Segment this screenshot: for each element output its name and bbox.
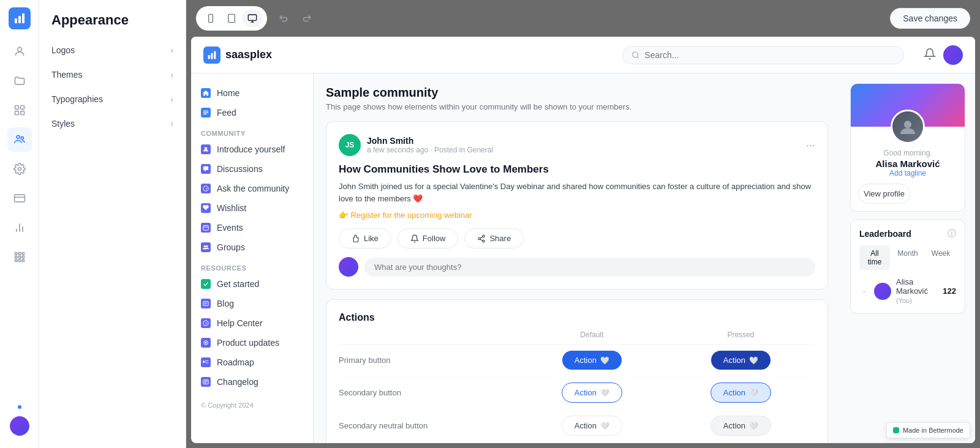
bettermode-dot: [893, 427, 899, 433]
preview-area: Save changes saasplex: [186, 0, 980, 448]
bettermode-badge: Made in Bettermode: [886, 422, 970, 438]
svg-rect-17: [18, 253, 20, 255]
nav-groups[interactable]: Groups: [191, 237, 313, 257]
user-icon[interactable]: [7, 39, 32, 64]
events-nav-icon: [201, 223, 211, 233]
right-sidebar: Good morning. Alisa Marković Add tagline…: [840, 73, 975, 443]
search-icon: [631, 51, 639, 59]
nav-blog[interactable]: Blog: [191, 294, 313, 313]
neutral-default-button[interactable]: Action 🤍: [562, 416, 622, 436]
post-meta: John Smith a few seconds ago · Posted in…: [367, 136, 800, 154]
grid-icon[interactable]: [7, 98, 32, 122]
secondary-pressed-button[interactable]: Action 🤍: [710, 383, 771, 403]
profile-avatar: [891, 110, 925, 144]
nav-roadmap[interactable]: Roadmap: [191, 353, 313, 372]
secondary-button-row: Secondary button Action 🤍 Action: [339, 376, 815, 409]
post-author-avatar: JS: [339, 134, 361, 156]
nav-help-center[interactable]: ? Help Center: [191, 313, 313, 333]
comment-input-wrap: [339, 257, 815, 277]
svg-point-8: [17, 135, 20, 138]
nav-product-updates[interactable]: Product updates: [191, 333, 313, 353]
folder-icon[interactable]: [7, 69, 32, 93]
svg-rect-22: [15, 259, 17, 261]
app-logo-icon[interactable]: [9, 7, 31, 29]
svg-rect-43: [203, 226, 208, 231]
svg-rect-21: [22, 256, 24, 258]
nav-item-typographies[interactable]: Typographies ›: [39, 87, 186, 111]
nav-feed[interactable]: Feed: [191, 103, 313, 122]
neutral-default-wrap: Action 🤍: [518, 416, 666, 436]
tab-week[interactable]: Week: [925, 245, 956, 270]
undo-button[interactable]: [274, 9, 294, 28]
nav-item-styles[interactable]: Styles ›: [39, 111, 186, 136]
secondary-default-button[interactable]: Action 🤍: [562, 383, 622, 403]
neutral-pressed-button[interactable]: Action 🤍: [710, 416, 771, 436]
user-avatar-header[interactable]: [943, 45, 963, 65]
post-more-button[interactable]: ···: [806, 139, 815, 152]
lb-score: 122: [943, 286, 956, 296]
user-avatar-sidebar[interactable]: [10, 416, 29, 436]
nav-ask-community[interactable]: ? Ask the community: [191, 179, 313, 198]
svg-line-63: [480, 236, 483, 237]
groups-nav-icon: [201, 242, 211, 252]
roadmap-nav-icon: [201, 357, 211, 367]
tab-month[interactable]: Month: [892, 245, 923, 270]
nav-wishlist[interactable]: Wishlist: [191, 198, 313, 218]
blog-nav-icon: [201, 299, 211, 308]
tab-all-time[interactable]: All time: [859, 245, 890, 270]
save-button[interactable]: Save changes: [890, 8, 970, 29]
notification-icon[interactable]: [924, 48, 936, 62]
neutral-button-row: Secondary neutral button Action 🤍 Action: [339, 409, 815, 442]
leaderboard-info-icon[interactable]: ⓘ: [948, 228, 956, 239]
search-input[interactable]: [644, 50, 895, 60]
nav-home[interactable]: Home: [191, 83, 313, 103]
svg-point-48: [206, 245, 208, 247]
like-button[interactable]: Like: [339, 228, 391, 248]
apps-icon[interactable]: [7, 245, 32, 269]
profile-tagline[interactable]: Add tagline: [851, 169, 965, 177]
post-time: a few seconds ago · Posted in General: [367, 146, 800, 154]
svg-rect-2: [22, 13, 24, 23]
svg-rect-20: [18, 256, 20, 258]
nav-get-started[interactable]: Get started: [191, 274, 313, 294]
share-button[interactable]: Share: [464, 228, 524, 248]
settings-icon[interactable]: [7, 157, 32, 181]
svg-point-47: [204, 245, 206, 247]
redo-button[interactable]: [296, 9, 316, 28]
follow-button[interactable]: Follow: [398, 228, 459, 248]
view-profile-button[interactable]: View profile: [858, 184, 910, 204]
toolbar-left: [196, 6, 316, 31]
post-link[interactable]: 👉 Register for the upcoming webinar: [339, 211, 815, 220]
desktop-device-btn[interactable]: [243, 10, 262, 27]
post-body: John Smith joined us for a special Valen…: [339, 181, 815, 204]
copyright-text: © Copyright 2024: [191, 392, 313, 419]
like-icon: [352, 234, 360, 243]
nav-item-logos[interactable]: Logos ›: [39, 38, 186, 62]
nav-discussions[interactable]: Discussions: [191, 159, 313, 179]
heart-icon-primary-pressed: 🤍: [749, 356, 758, 365]
col-pressed: Pressed: [666, 330, 815, 339]
profile-name: Alisa Marković: [851, 159, 965, 169]
secondary-button-label: Secondary button: [339, 388, 518, 397]
nav-arrow-typographies: ›: [170, 94, 173, 104]
nav-item-themes[interactable]: Themes ›: [39, 62, 186, 87]
tablet-device-btn[interactable]: [222, 10, 241, 27]
mobile-device-btn[interactable]: [201, 10, 221, 27]
primary-pressed-button[interactable]: Action 🤍: [711, 351, 771, 370]
lb-avatar: [874, 283, 891, 300]
chart-icon[interactable]: [7, 215, 32, 240]
svg-rect-23: [18, 259, 20, 261]
home-nav-icon: [201, 88, 211, 98]
primary-pressed-wrap: Action 🤍: [666, 351, 815, 370]
heart-icon-primary-default: 🤍: [600, 356, 609, 365]
nav-introduce[interactable]: Introduce yourself: [191, 140, 313, 159]
app-logo-icon-inner: [203, 47, 221, 64]
nav-events[interactable]: Events: [191, 218, 313, 237]
primary-default-button[interactable]: Action 🤍: [562, 351, 622, 370]
comment-input[interactable]: [364, 258, 815, 277]
introduce-nav-icon: [201, 144, 211, 154]
commenter-avatar: [339, 257, 358, 277]
community-icon[interactable]: [7, 127, 32, 152]
nav-changelog[interactable]: Changelog: [191, 372, 313, 392]
card-icon[interactable]: [7, 186, 32, 211]
